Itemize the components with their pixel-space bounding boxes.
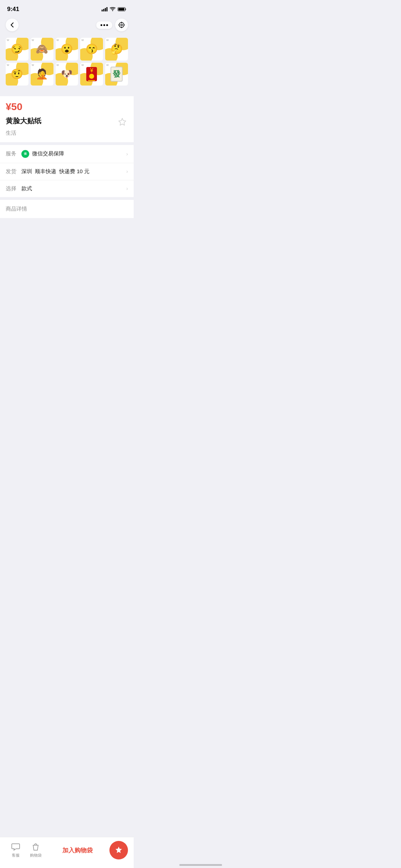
shipping-row[interactable]: 发货 深圳 顺丰快递 快递费 10 元 ›	[0, 163, 134, 180]
service-row[interactable]: 服务 保 微信交易保障 ›	[0, 145, 134, 163]
gallery-item-10[interactable]: W 發	[105, 63, 128, 86]
service-chevron: ›	[126, 151, 128, 157]
select-content: 款式	[21, 185, 126, 192]
status-time: 9:41	[7, 6, 19, 13]
star-icon	[118, 118, 127, 126]
gallery-item-6[interactable]: W 🤨	[6, 63, 29, 86]
dot2	[103, 24, 105, 26]
details-title: 商品详情	[6, 206, 27, 212]
signal-icon	[102, 7, 108, 11]
svg-rect-2	[105, 8, 106, 12]
service-content: 保 微信交易保障	[21, 150, 126, 158]
info-section: 服务 保 微信交易保障 › 发货 深圳 顺丰快递 快递费 10 元 › 选择 款…	[0, 145, 134, 197]
back-button[interactable]	[6, 19, 19, 31]
shipping-label: 发货	[6, 168, 21, 175]
dot1	[101, 24, 102, 26]
gallery-item-5[interactable]: W 🤔	[105, 38, 128, 61]
dot3	[106, 24, 108, 26]
wifi-icon	[110, 7, 115, 11]
gallery-item-8[interactable]: W 🐶	[56, 63, 78, 86]
nav-right-actions	[96, 19, 128, 31]
product-price: ¥50	[6, 101, 22, 112]
product-title-row: 黄脸大贴纸	[0, 116, 134, 130]
svg-point-7	[119, 22, 124, 27]
chevron-left-icon	[10, 22, 14, 28]
favorite-button[interactable]	[117, 116, 128, 128]
status-icons	[102, 7, 127, 11]
shipping-fee: 快递费 10 元	[59, 168, 89, 175]
status-bar: 9:41	[0, 0, 134, 16]
svg-point-4	[112, 10, 113, 11]
scan-button[interactable]	[115, 19, 128, 31]
shipping-courier: 顺丰快递	[35, 168, 56, 175]
select-chevron: ›	[126, 186, 128, 191]
nav-bar	[0, 16, 134, 34]
shield-badge: 保	[21, 150, 29, 158]
shipping-chevron: ›	[126, 169, 128, 174]
details-section: 商品详情	[0, 200, 134, 218]
gallery-item-9[interactable]: W	[80, 63, 103, 86]
svg-point-8	[121, 24, 123, 26]
service-text: 微信交易保障	[32, 150, 64, 157]
product-name: 黄脸大贴纸	[6, 116, 41, 126]
select-label: 选择	[6, 185, 21, 192]
shipping-city: 深圳	[21, 168, 32, 175]
select-row[interactable]: 选择 款式 ›	[0, 180, 134, 197]
scan-icon	[118, 22, 125, 28]
product-gallery: W 😏 W 🙈 W 😮 W �	[0, 34, 134, 96]
service-label: 服务	[6, 150, 21, 157]
shipping-content: 深圳 顺丰快递 快递费 10 元	[21, 168, 126, 175]
product-category: 生活	[0, 130, 134, 142]
select-text: 款式	[21, 185, 32, 192]
svg-rect-0	[102, 10, 103, 11]
svg-rect-1	[103, 9, 104, 11]
gallery-item-7[interactable]: W 🤦	[31, 63, 53, 86]
more-button[interactable]	[96, 21, 112, 29]
battery-icon	[118, 7, 127, 11]
gallery-item-3[interactable]: W 😮	[56, 38, 78, 61]
gallery-item-1[interactable]: W 😏	[6, 38, 29, 61]
gallery-grid: W 😏 W 🙈 W 😮 W �	[6, 38, 128, 86]
gallery-item-4[interactable]: W 😙	[80, 38, 103, 61]
svg-rect-3	[107, 7, 108, 11]
svg-rect-6	[118, 8, 124, 11]
gallery-item-2[interactable]: W 🙈	[31, 38, 53, 61]
price-section: ¥50	[0, 96, 134, 116]
